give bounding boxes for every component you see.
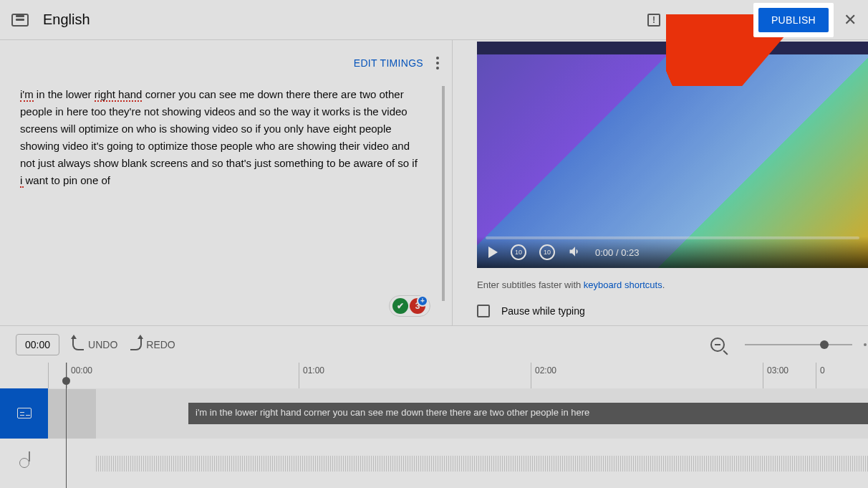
caption-segment[interactable]: i'm in the lower right hand corner you c…	[188, 403, 868, 424]
feedback-icon[interactable]	[647, 14, 660, 27]
volume-icon[interactable]	[568, 244, 582, 261]
captions-icon	[11, 14, 29, 27]
publish-highlight: PUBLISH	[753, 3, 834, 37]
caption-editor-pane: EDIT TIMINGS i'm in the lower right hand…	[0, 40, 453, 325]
zoom-slider-thumb[interactable]	[820, 340, 829, 349]
video-time: 0:00 / 0:23	[595, 247, 639, 258]
caption-lane[interactable]: i'm in the lower right hand corner you c…	[48, 388, 868, 439]
audio-track-icon	[0, 439, 48, 489]
pause-while-typing-checkbox[interactable]	[477, 305, 490, 317]
accept-icon[interactable]: ✔	[392, 298, 408, 314]
timeline: 00:0001:0002:0003:000 i'm in the lower r…	[0, 363, 868, 488]
suggestion-count-badge[interactable]: 3	[410, 298, 425, 314]
rewind-10-icon[interactable]: 10	[511, 244, 526, 260]
preview-pane: 10 10 0:00 / 0:23 Enter subtitles faster…	[453, 40, 868, 325]
caption-textarea[interactable]: i'm in the lower right hand corner you c…	[0, 86, 445, 301]
zoom-out-icon[interactable]	[710, 338, 725, 352]
undo-button[interactable]: UNDO	[72, 339, 117, 350]
timeline-toolbar: 00:00 UNDO REDO	[0, 325, 868, 363]
pause-while-typing-label: Pause while typing	[501, 305, 585, 317]
forward-10-icon[interactable]: 10	[539, 244, 555, 260]
play-icon[interactable]	[488, 247, 498, 258]
time-ruler[interactable]: 00:0001:0002:0003:000	[48, 363, 868, 388]
save-draft-button[interactable]: SAVE DRAFT	[677, 14, 742, 26]
video-preview[interactable]: 10 10 0:00 / 0:23	[477, 42, 868, 268]
timeline-gutter	[0, 363, 48, 488]
ruler-tick: 03:00	[763, 363, 763, 388]
redo-icon	[130, 339, 142, 350]
undo-icon	[72, 339, 84, 350]
playhead[interactable]	[66, 363, 67, 488]
audio-lane	[48, 439, 868, 489]
current-time-chip[interactable]: 00:00	[16, 334, 59, 355]
hint-text: Enter subtitles faster with keyboard sho…	[477, 279, 868, 290]
ruler-tick: 0	[816, 363, 816, 388]
edit-timings-button[interactable]: EDIT TIMINGS	[354, 57, 423, 69]
header: English SAVE DRAFT PUBLISH ✕	[0, 0, 868, 40]
close-icon[interactable]: ✕	[844, 11, 857, 29]
more-options-icon[interactable]	[436, 62, 439, 64]
waveform	[96, 456, 868, 472]
keyboard-shortcuts-link[interactable]: keyboard shortcuts	[584, 279, 662, 290]
zoom-slider[interactable]	[745, 344, 852, 345]
redo-button[interactable]: REDO	[130, 339, 175, 350]
main: EDIT TIMINGS i'm in the lower right hand…	[0, 40, 868, 325]
ruler-tick: 01:00	[299, 363, 299, 388]
timeline-tracks[interactable]: 00:0001:0002:0003:000 i'm in the lower r…	[48, 363, 868, 488]
caption-track-icon[interactable]	[0, 388, 48, 439]
publish-button[interactable]: PUBLISH	[758, 8, 829, 32]
ruler-tick: 02:00	[531, 363, 531, 388]
suggestion-badges[interactable]: ✔ 3	[389, 295, 430, 317]
language-title: English	[43, 11, 90, 28]
